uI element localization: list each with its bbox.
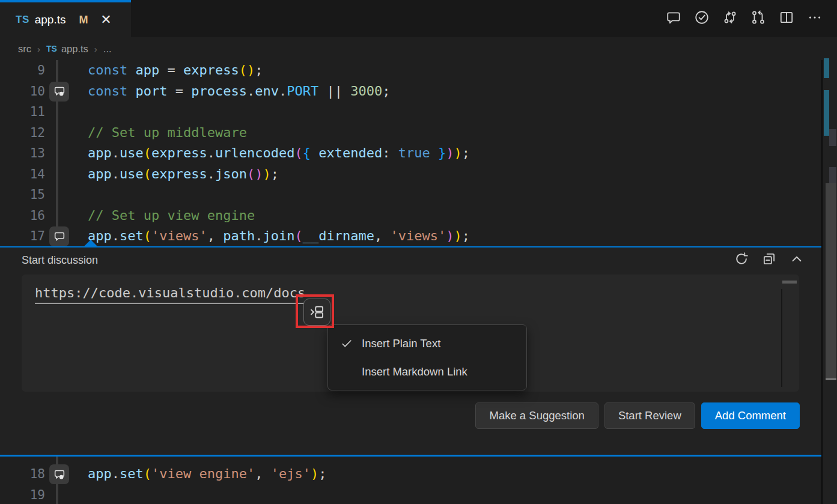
collapse-widget-button[interactable] <box>789 252 805 268</box>
split-editor-icon <box>779 10 794 28</box>
line-number: 10 <box>0 81 45 102</box>
input-scrollbar-thumb[interactable] <box>782 281 797 284</box>
code-text: app.set('views', path.join(__dirname, 'v… <box>88 226 470 247</box>
comment-widget-title: Start discussion <box>22 254 98 267</box>
code-line-19[interactable]: 19 <box>0 485 821 504</box>
breadcrumb-separator: › <box>94 44 97 54</box>
code-line-14[interactable]: 14app.use(express.json()); <box>0 164 821 185</box>
code-line-11[interactable]: 11 <box>0 102 821 123</box>
start-review-button[interactable]: Start Review <box>604 402 695 429</box>
typescript-file-icon: ts <box>16 14 29 26</box>
code-editor-top: 9const app = express();10const port = pr… <box>0 60 821 246</box>
code-line-15[interactable]: 15 <box>0 184 821 205</box>
check-status-button[interactable] <box>694 11 710 26</box>
comment-filled-glyph-button[interactable] <box>49 464 69 484</box>
line-number: 18 <box>0 464 45 485</box>
collapse-all-button[interactable] <box>761 252 777 268</box>
code-text: const port = process.env.PORT || 3000; <box>88 81 390 102</box>
comment-filled-icon <box>53 468 66 481</box>
comment-discussion-icon <box>666 10 681 28</box>
tab-app-ts[interactable]: ts app.ts M ✕ <box>0 0 131 37</box>
line-number: 13 <box>0 143 45 164</box>
comment-overview-mark <box>824 90 829 136</box>
comment-action-buttons: Make a SuggestionStart ReviewAdd Comment <box>475 402 800 429</box>
tab-bar: ts app.ts M ✕ <box>0 0 837 37</box>
comment-input-value[interactable]: https://code.visualstudio.com/docs <box>35 285 305 304</box>
check-circle-icon <box>694 10 710 28</box>
editor-actions <box>666 0 823 37</box>
close-icon[interactable]: ✕ <box>99 13 114 27</box>
menu-item-insert-markdown-link[interactable]: Insert Markdown Link <box>328 357 526 386</box>
breadcrumb-separator: › <box>37 44 40 54</box>
paste-insert-icon <box>309 304 325 320</box>
refresh-button[interactable] <box>734 252 749 268</box>
line-number: 9 <box>0 60 45 81</box>
tab-title: app.ts <box>35 13 66 26</box>
editor-scrollbar <box>821 60 837 504</box>
line-number: 14 <box>0 164 45 185</box>
more-actions-icon <box>807 10 823 28</box>
add-comment-button[interactable]: Add Comment <box>701 402 800 429</box>
code-line-17[interactable]: 17app.set('views', path.join(__dirname, … <box>0 226 821 247</box>
breadcrumb-label: src <box>18 43 31 55</box>
breadcrumb-label: ... <box>103 43 112 55</box>
code-text: app.use(express.json()); <box>88 164 279 185</box>
chevron-up-icon <box>789 251 805 269</box>
code-text: // Set up view engine <box>88 205 255 226</box>
scrollbar-thumb[interactable] <box>826 183 836 380</box>
paste-options-menu: Insert Plain TextInsert Markdown Link <box>327 324 527 390</box>
input-scrollbar-track <box>781 289 782 387</box>
menu-item-insert-plain-text[interactable]: Insert Plain Text <box>328 329 526 357</box>
open-comment-button[interactable] <box>666 11 681 26</box>
code-text: const app = express(); <box>88 60 263 81</box>
pull-request-icon <box>750 10 766 28</box>
breadcrumb-label: app.ts <box>61 43 88 55</box>
code-line-9[interactable]: 9const app = express(); <box>0 60 821 81</box>
paste-widget-button[interactable] <box>303 299 330 326</box>
split-editor-button[interactable] <box>779 11 794 26</box>
code-line-18[interactable]: 18app.set('view engine', 'ejs'); <box>0 464 821 485</box>
breadcrumb-item-appts[interactable]: TSapp.ts <box>46 43 88 55</box>
check-icon <box>340 337 362 350</box>
code-text: // Set up middleware <box>88 123 247 144</box>
comment-widget-actions <box>734 252 805 268</box>
breadcrumb: src›TSapp.ts›... <box>0 37 837 60</box>
line-number: 15 <box>0 184 45 205</box>
make-a-suggestion-button[interactable]: Make a Suggestion <box>475 402 598 429</box>
comment-empty-icon <box>53 230 66 243</box>
line-number: 12 <box>0 123 45 144</box>
refresh-icon <box>734 251 749 269</box>
comment-filled-glyph-button[interactable] <box>49 82 69 102</box>
modified-badge: M <box>79 14 88 26</box>
breadcrumb-item-[interactable]: ... <box>103 43 112 55</box>
menu-item-label: Insert Markdown Link <box>362 365 467 378</box>
overview-mark <box>829 167 836 184</box>
code-line-10[interactable]: 10const port = process.env.PORT || 3000; <box>0 81 821 102</box>
typescript-file-icon: TS <box>46 44 57 53</box>
comment-widget: Start discussion https://code.visualstud… <box>0 246 821 457</box>
code-line-12[interactable]: 12// Set up middleware <box>0 123 821 144</box>
code-line-13[interactable]: 13app.use(express.urlencoded({ extended:… <box>0 143 821 164</box>
code-line-16[interactable]: 16// Set up view engine <box>0 205 821 226</box>
line-number: 17 <box>0 226 45 247</box>
comment-filled-icon <box>53 85 66 98</box>
more-actions-button[interactable] <box>807 11 823 26</box>
line-number: 19 <box>0 485 45 504</box>
line-number: 16 <box>0 205 45 226</box>
code-text: app.set('view engine', 'ejs'); <box>88 464 326 485</box>
vscode-window: ts app.ts M ✕ src›TSapp.ts›... 9const ap… <box>0 0 837 504</box>
comment-overview-mark <box>824 58 829 78</box>
overview-mark <box>829 129 836 146</box>
compare-changes-icon <box>722 10 738 28</box>
code-text: app.use(express.urlencoded({ extended: t… <box>88 143 470 164</box>
collapse-all-icon <box>761 251 777 269</box>
code-editor-bottom: 18app.set('view engine', 'ejs');19 <box>0 457 821 504</box>
menu-item-label: Insert Plain Text <box>362 337 440 350</box>
compare-changes-button[interactable] <box>722 11 738 26</box>
annotation-highlight-box <box>296 294 334 328</box>
pull-request-button[interactable] <box>750 11 766 26</box>
breadcrumb-item-src[interactable]: src <box>18 43 31 55</box>
comment-empty-glyph-button[interactable] <box>49 226 69 246</box>
line-number: 11 <box>0 102 45 123</box>
